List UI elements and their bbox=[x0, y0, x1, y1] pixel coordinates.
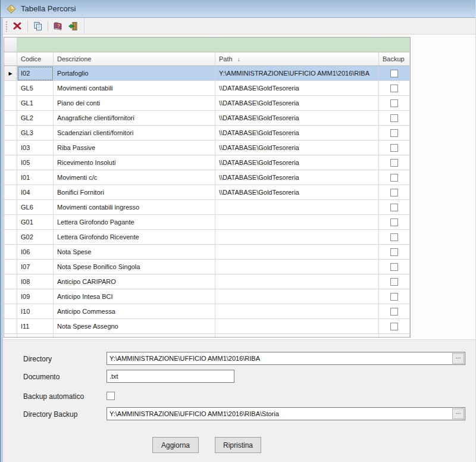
cell-descrizione[interactable]: Ricevimento Insoluti bbox=[54, 155, 215, 170]
cell-codice[interactable]: GL2 bbox=[17, 111, 54, 126]
backup-automatico-checkbox[interactable] bbox=[107, 392, 115, 400]
cell-path[interactable]: \\DATABASE\GoldTesoreria bbox=[215, 111, 379, 126]
cell-descrizione[interactable]: Nota Spese Assegno bbox=[54, 319, 215, 334]
cell-codice[interactable]: I02 bbox=[17, 66, 54, 81]
backup-checkbox[interactable] bbox=[390, 129, 398, 137]
cell-descrizione[interactable]: Movimenti contabili ingresso bbox=[54, 200, 215, 215]
column-header-codice[interactable]: Codice bbox=[17, 52, 54, 66]
cell-codice[interactable]: GL5 bbox=[17, 81, 54, 96]
cell-path[interactable]: \\DATABASE\GoldTesoreria bbox=[215, 155, 379, 170]
cell-descrizione[interactable]: Lettera Girofondo Ricevente bbox=[54, 230, 215, 245]
cell-descrizione[interactable]: Anticipo CARIPARO bbox=[54, 274, 215, 289]
grid-row-I12[interactable]: I12Nota Spese Assegno Singola bbox=[4, 334, 410, 338]
cell-path[interactable] bbox=[215, 334, 379, 338]
cell-codice[interactable]: I09 bbox=[17, 289, 54, 304]
cell-path[interactable]: Y:\AMMINISTRAZIONE\UFFICIO AMM1\2016\RIB… bbox=[215, 66, 379, 81]
filter-cell-path[interactable] bbox=[215, 38, 379, 52]
row-selector-cell[interactable] bbox=[4, 304, 17, 319]
row-selector-cell[interactable] bbox=[4, 319, 17, 334]
cell-path[interactable] bbox=[215, 245, 379, 260]
cell-path[interactable] bbox=[215, 200, 379, 215]
title-bar[interactable]: Tabella Percorsi bbox=[1, 0, 475, 18]
toolbar-grip[interactable] bbox=[5, 21, 8, 32]
cell-descrizione[interactable]: Bonifici Fornitori bbox=[54, 185, 215, 200]
cell-descrizione[interactable]: Anticipo Commessa bbox=[54, 304, 215, 319]
grid-row-I10[interactable]: I10Anticipo Commessa bbox=[4, 304, 410, 319]
cell-codice[interactable]: I05 bbox=[17, 155, 54, 170]
ripristina-button[interactable]: Ripristina bbox=[215, 437, 261, 453]
cell-codice[interactable]: GL3 bbox=[17, 126, 54, 141]
grid-row-GL5[interactable]: GL5Movimenti contabili\\DATABASE\GoldTes… bbox=[4, 81, 410, 96]
cell-descrizione[interactable]: Lettera Girofondo Pagante bbox=[54, 215, 215, 230]
row-selector-cell[interactable] bbox=[4, 230, 17, 245]
row-selector-cell[interactable] bbox=[4, 260, 17, 274]
directory-backup-browse-button[interactable]: ... bbox=[452, 408, 464, 419]
filter-cell-backup[interactable] bbox=[379, 38, 410, 52]
cell-codice[interactable]: I07 bbox=[17, 260, 54, 274]
grid-row-I04[interactable]: I04Bonifici Fornitori\\DATABASE\GoldTeso… bbox=[4, 185, 410, 200]
directory-browse-button[interactable]: ... bbox=[452, 353, 464, 364]
grid-row-I08[interactable]: I08Anticipo CARIPARO bbox=[4, 274, 410, 289]
cell-codice[interactable]: GL1 bbox=[17, 96, 54, 111]
aggiorna-button[interactable]: Aggiorna bbox=[152, 437, 199, 453]
grid-row-G02[interactable]: G02Lettera Girofondo Ricevente bbox=[4, 230, 410, 245]
row-selector-cell[interactable] bbox=[4, 81, 17, 96]
cell-codice[interactable]: I01 bbox=[17, 170, 54, 185]
cell-codice[interactable]: I04 bbox=[17, 185, 54, 200]
copy-button[interactable] bbox=[30, 19, 45, 33]
cell-path[interactable] bbox=[215, 319, 379, 334]
row-selector-cell[interactable] bbox=[4, 155, 17, 170]
row-selector-cell[interactable] bbox=[4, 185, 17, 200]
backup-checkbox[interactable] bbox=[390, 85, 398, 92]
row-selector-cell[interactable] bbox=[4, 334, 17, 338]
backup-checkbox[interactable] bbox=[390, 114, 398, 122]
cell-codice[interactable]: I03 bbox=[17, 141, 54, 155]
exit-button[interactable] bbox=[65, 19, 80, 33]
column-header-path[interactable]: Path ↓ bbox=[215, 52, 379, 66]
backup-checkbox[interactable] bbox=[390, 323, 398, 330]
backup-checkbox[interactable] bbox=[390, 174, 398, 182]
grid-row-GL3[interactable]: GL3Scadenziari clienti/fornitori\\DATABA… bbox=[4, 126, 410, 141]
column-header-backup[interactable]: Backup bbox=[379, 52, 410, 66]
documento-input[interactable] bbox=[107, 370, 234, 383]
grid-row-I02[interactable]: ▶I02PortafoglioY:\AMMINISTRAZIONE\UFFICI… bbox=[4, 66, 410, 81]
directory-input[interactable] bbox=[107, 352, 465, 365]
row-selector-cell[interactable] bbox=[4, 200, 17, 215]
cell-descrizione[interactable]: Portafoglio bbox=[54, 66, 215, 81]
grid-row-I11[interactable]: I11Nota Spese Assegno bbox=[4, 319, 410, 334]
filter-cell-descrizione[interactable] bbox=[54, 38, 215, 52]
cell-path[interactable] bbox=[215, 230, 379, 245]
backup-checkbox[interactable] bbox=[390, 144, 398, 152]
grid-row-I06[interactable]: I06Nota Spese bbox=[4, 245, 410, 260]
row-selector-cell[interactable] bbox=[4, 245, 17, 260]
row-selector-cell[interactable] bbox=[4, 111, 17, 126]
cell-descrizione[interactable]: Riba Passive bbox=[54, 141, 215, 155]
cell-path[interactable] bbox=[215, 215, 379, 230]
cell-codice[interactable]: I12 bbox=[17, 334, 54, 338]
row-selector-cell[interactable] bbox=[4, 289, 17, 304]
cell-descrizione[interactable]: Piano dei conti bbox=[54, 96, 215, 111]
cell-descrizione[interactable]: Nota Spese Bonifico Singola bbox=[54, 260, 215, 274]
cell-path[interactable]: \\DATABASE\GoldTesoreria bbox=[215, 96, 379, 111]
cell-descrizione[interactable]: Scadenziari clienti/fornitori bbox=[54, 126, 215, 141]
backup-checkbox[interactable] bbox=[390, 189, 398, 196]
column-header-descrizione[interactable]: Descrizione bbox=[54, 52, 215, 66]
cell-descrizione[interactable]: Anticipo Intesa BCI bbox=[54, 289, 215, 304]
grid-row-GL2[interactable]: GL2Anagrafiche clienti/fornitori\\DATABA… bbox=[4, 111, 410, 126]
cell-path[interactable]: \\DATABASE\GoldTesoreria bbox=[215, 81, 379, 96]
cell-path[interactable] bbox=[215, 260, 379, 274]
cell-path[interactable]: \\DATABASE\GoldTesoreria bbox=[215, 170, 379, 185]
grid-row-G01[interactable]: G01Lettera Girofondo Pagante bbox=[4, 215, 410, 230]
cell-descrizione[interactable]: Nota Spese Assegno Singola bbox=[54, 334, 215, 338]
cell-codice[interactable]: I10 bbox=[17, 304, 54, 319]
cell-path[interactable] bbox=[215, 304, 379, 319]
cell-descrizione[interactable]: Anagrafiche clienti/fornitori bbox=[54, 111, 215, 126]
row-selector-cell[interactable] bbox=[4, 170, 17, 185]
cell-path[interactable] bbox=[215, 274, 379, 289]
grid-row-I03[interactable]: I03Riba Passive\\DATABASE\GoldTesoreria bbox=[4, 141, 410, 155]
cell-path[interactable]: \\DATABASE\GoldTesoreria bbox=[215, 141, 379, 155]
cell-codice[interactable]: I11 bbox=[17, 319, 54, 334]
row-selector-cell[interactable] bbox=[4, 274, 17, 289]
help-button[interactable]: ? bbox=[51, 19, 65, 33]
row-selector-cell[interactable] bbox=[4, 141, 17, 155]
